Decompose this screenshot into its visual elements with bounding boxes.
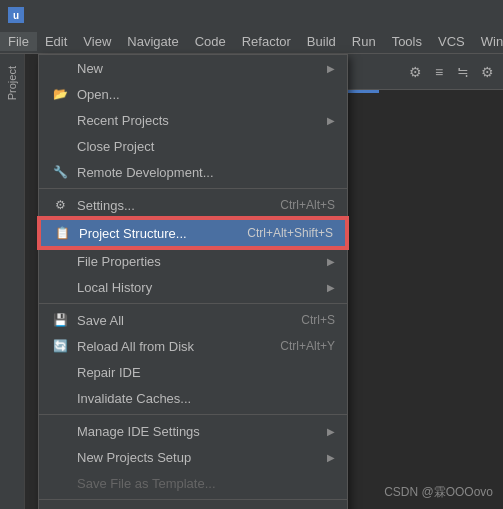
menu-new[interactable]: New ▶: [39, 55, 347, 81]
menu-tools[interactable]: Tools: [384, 32, 430, 51]
menu-recent-projects[interactable]: Recent Projects ▶: [39, 107, 347, 133]
menu-export[interactable]: Export ▶: [39, 503, 347, 509]
menu-save-template: Save File as Template...: [39, 470, 347, 496]
menu-new-projects-setup[interactable]: New Projects Setup ▶: [39, 444, 347, 470]
menu-save-all[interactable]: 💾 Save All Ctrl+S: [39, 307, 347, 333]
new-projects-icon: [51, 448, 69, 466]
sep-4: [39, 499, 347, 500]
menu-local-history[interactable]: Local History ▶: [39, 274, 347, 300]
menu-window[interactable]: Wind...: [473, 32, 503, 51]
menu-code[interactable]: Code: [187, 32, 234, 51]
sidebar-project-tab[interactable]: Project: [4, 58, 20, 108]
menu-file[interactable]: File: [0, 32, 37, 51]
menu-view[interactable]: View: [75, 32, 119, 51]
menu-file-properties[interactable]: File Properties ▶: [39, 248, 347, 274]
new-icon: [51, 59, 69, 77]
toolbar-settings-btn[interactable]: ⚙: [405, 62, 425, 82]
menu-bar: File Edit View Navigate Code Refactor Bu…: [0, 30, 503, 54]
file-menu-dropdown: New ▶ 📂 Open... Recent Projects ▶ Close …: [38, 54, 348, 509]
left-sidebar: Project: [0, 54, 25, 509]
recent-icon: [51, 111, 69, 129]
toolbar-gear-btn[interactable]: ⚙: [477, 62, 497, 82]
menu-open[interactable]: 📂 Open...: [39, 81, 347, 107]
save-all-icon: 💾: [51, 311, 69, 329]
remote-icon: 🔧: [51, 163, 69, 181]
open-icon: 📂: [51, 85, 69, 103]
project-structure-icon: 📋: [53, 224, 71, 242]
menu-vcs[interactable]: VCS: [430, 32, 473, 51]
menu-edit[interactable]: Edit: [37, 32, 75, 51]
sep-2: [39, 303, 347, 304]
menu-project-structure[interactable]: 📋 Project Structure... Ctrl+Alt+Shift+S: [39, 218, 347, 248]
sep-1: [39, 188, 347, 189]
cache-icon: [51, 389, 69, 407]
close-project-icon: [51, 137, 69, 155]
menu-navigate[interactable]: Navigate: [119, 32, 186, 51]
app-icon: u: [8, 7, 24, 23]
manage-icon: [51, 422, 69, 440]
menu-repair-ide[interactable]: Repair IDE: [39, 359, 347, 385]
menu-close-project[interactable]: Close Project: [39, 133, 347, 159]
repair-icon: [51, 363, 69, 381]
watermark: CSDN @霖OOOovo: [384, 484, 493, 501]
menu-settings[interactable]: ⚙ Settings... Ctrl+Alt+S: [39, 192, 347, 218]
menu-refactor[interactable]: Refactor: [234, 32, 299, 51]
file-properties-icon: [51, 252, 69, 270]
toolbar-list-btn[interactable]: ≡: [429, 62, 449, 82]
sep-3: [39, 414, 347, 415]
menu-build[interactable]: Build: [299, 32, 344, 51]
menu-run[interactable]: Run: [344, 32, 384, 51]
title-bar: u: [0, 0, 503, 30]
reload-icon: 🔄: [51, 337, 69, 355]
local-history-icon: [51, 278, 69, 296]
settings-icon: ⚙: [51, 196, 69, 214]
menu-invalidate-caches[interactable]: Invalidate Caches...: [39, 385, 347, 411]
menu-manage-ide[interactable]: Manage IDE Settings ▶: [39, 418, 347, 444]
template-icon: [51, 474, 69, 492]
menu-remote-development[interactable]: 🔧 Remote Development...: [39, 159, 347, 185]
menu-reload[interactable]: 🔄 Reload All from Disk Ctrl+Alt+Y: [39, 333, 347, 359]
toolbar-sort-btn[interactable]: ≒: [453, 62, 473, 82]
